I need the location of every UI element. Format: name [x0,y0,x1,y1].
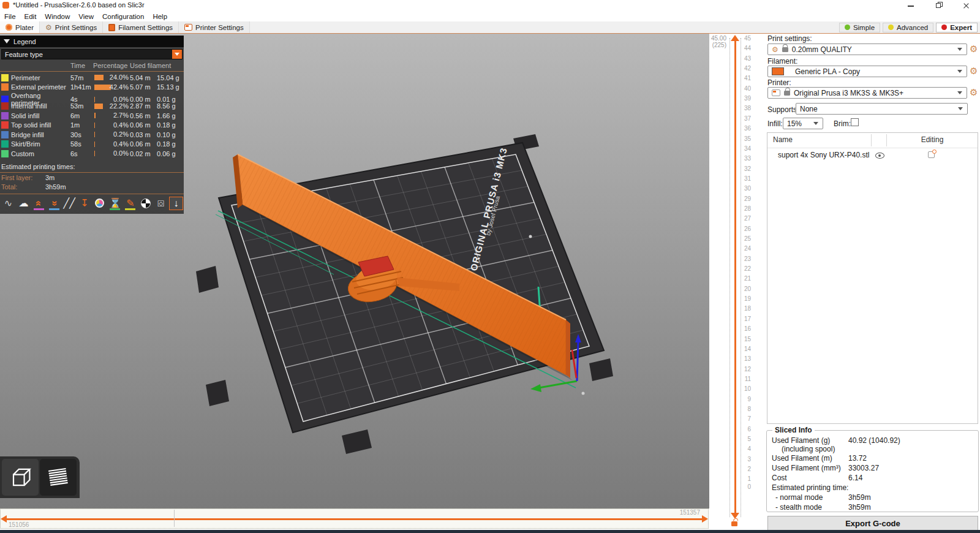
sliced-info-title: Sliced Info [772,426,815,434]
bed-tab [206,380,229,406]
printer-gear-button[interactable]: ⚙ [970,88,978,97]
travel-moves-icon[interactable]: ╱╱ [62,197,77,210]
menu-edit[interactable]: Edit [20,12,41,21]
moves-slider[interactable]: 151056 151357 [0,508,709,529]
feature-meters: 0.00 m [130,96,157,103]
menu-view[interactable]: View [74,12,98,21]
feature-grams: 0.10 g [157,131,184,138]
wipes-icon[interactable]: ☁ [17,197,31,210]
moves-slider-track[interactable] [6,518,703,520]
right-panel: Print settings: ⚙ 0.20mm QUALITY ⚙ Filam… [751,34,980,531]
infill-dropdown[interactable]: 15% [783,118,823,129]
feature-meters: 0.02 m [130,150,157,157]
menu-window[interactable]: Window [40,12,74,21]
legend-column-headers: Time Percentage Used filament [0,61,184,70]
legend-header[interactable]: Legend [0,36,184,47]
editing-column-header: Editing [886,135,978,144]
view-type-dropdown[interactable]: Feature type [1,49,183,59]
tab-plater[interactable]: Plater [0,21,40,33]
eye-icon[interactable] [875,153,884,159]
minimize-button[interactable] [897,0,925,11]
travels-icon[interactable]: ∿ [1,197,15,210]
menu-help[interactable]: Help [148,12,172,21]
3d-viewport[interactable]: ORIGINAL PRUSA i3 MK3 by Josef Prusa [0,34,709,508]
mode-simple-button[interactable]: Simple [839,23,880,32]
3d-editor-view-button[interactable] [2,459,39,496]
print-settings-gear-button[interactable]: ⚙ [970,44,978,53]
feature-color-swatch [1,74,9,81]
supports-dropdown[interactable]: None [796,103,968,115]
total-time-value: 3h59m [45,183,66,191]
layer-slider-track[interactable] [734,41,736,513]
feature-meters: 0.06 m [130,140,157,148]
advanced-dot-icon [888,25,894,30]
feature-time: 58s [70,140,93,148]
used-filament-g-row: Used Filament (g) 40.92 (1040.92) [767,436,978,445]
filament-label: Filament: [767,57,797,66]
brim-checkbox[interactable] [851,118,859,126]
chevron-down-icon [957,48,962,51]
normal-mode-row: - normal mode 3h59m [767,493,978,502]
feature-time: 53m [70,102,93,110]
lock-icon[interactable] [731,521,737,527]
window-title: *Untitled - PrusaSlicer-2.6.0 based on S… [13,1,145,9]
feature-meters: 5.04 m [130,74,157,81]
feature-time: 4s [70,96,93,103]
brim-label: Brim: [834,119,851,128]
feature-percentage: 0.2% [113,130,129,138]
moves-slider-right-handle[interactable] [702,515,708,523]
bed-hole [529,235,532,238]
object-row-name[interactable]: suport 4x Sony URX-P40.stl [778,151,869,159]
menu-file[interactable]: File [0,12,20,21]
export-gcode-button[interactable]: Export G-code [767,516,978,531]
preview-view-button[interactable] [40,459,77,496]
cube-icon [7,464,34,491]
preset-gear-icon: ⚙ [772,46,778,53]
seams-down-icon[interactable]: « [47,197,61,210]
print-settings-dropdown[interactable]: ⚙ 0.20mm QUALITY [767,43,967,55]
feature-time: 1m [70,121,93,129]
layer-slider-upper-handle[interactable] [731,35,739,41]
center-of-gravity-icon[interactable] [138,197,153,210]
chevron-down-icon [957,91,962,94]
estimated-times-title: Estimated printing times: [0,162,184,173]
close-button[interactable] [952,0,980,11]
bed-hole [582,392,585,395]
feature-label: Top solid infill [11,121,70,129]
legend-feature-row: Perimeter57m24.0%5.04 m15.04 g [0,73,184,83]
mode-advanced-button[interactable]: Advanced [883,23,933,32]
seams-up-icon[interactable]: « [32,197,46,210]
sliced-info-panel: Sliced Info Used Filament (g) 40.92 (104… [766,430,979,512]
tab-print-settings[interactable]: ⚙ Print Settings [40,21,103,33]
print-settings-gear-icon: ⚙ [45,24,52,31]
layer-slider[interactable]: 45.00 (225) 45.0044.0043.0042.0041.0040.… [709,34,751,529]
feature-color-swatch [1,150,9,157]
lock-icon [784,91,790,96]
tab-filament-settings[interactable]: Filament Settings [103,21,179,33]
filament-gear-button[interactable]: ⚙ [970,66,978,75]
legend-title: Legend [13,38,36,45]
legend-feature-table: Perimeter57m24.0%5.04 m15.04 gExternal p… [0,73,184,159]
menu-configuration[interactable]: Configuration [98,12,148,21]
feature-meters: 2.87 m [130,102,157,110]
tab-printer-settings[interactable]: Printer Settings [179,21,250,33]
supports-label: Supports: [767,105,799,114]
chevron-down-icon [958,107,963,110]
layers-icon [45,464,72,491]
tab-plater-label: Plater [15,24,34,31]
custom-gcode-icon[interactable]: ✎ [123,197,137,210]
dropdown-arrow-icon [172,50,182,59]
mode-expert-button[interactable]: Expert [936,23,978,32]
pause-prints-icon[interactable]: ⌛ [108,197,122,210]
shells-icon[interactable]: □ [154,197,168,210]
printer-dropdown[interactable]: Original Prusa i3 MK3S & MK3S+ [767,87,967,99]
moves-slider-left-handle[interactable] [1,515,7,523]
color-changes-icon[interactable] [93,197,107,210]
restore-button[interactable] [925,0,952,11]
edit-object-icon[interactable] [928,151,935,158]
printer-icon [184,24,192,31]
filament-dropdown[interactable]: Generic PLA - Copy [767,66,967,77]
retractions-icon[interactable]: ↧ [78,197,92,210]
legend-marker-icon[interactable]: ↓ [169,197,183,210]
tick-column-left [729,38,730,517]
